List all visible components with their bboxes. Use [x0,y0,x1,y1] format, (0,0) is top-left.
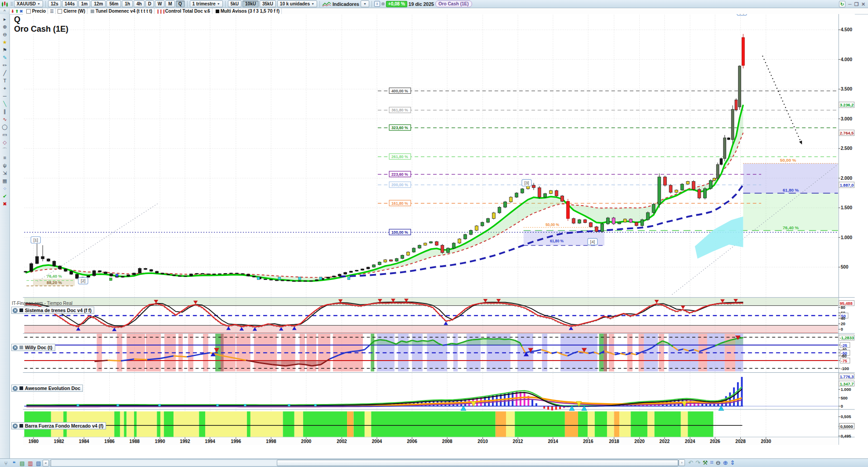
indicators-caret[interactable]: ▼ [361,0,369,7]
refresh-icon[interactable]: ↻ [839,1,846,7]
panel-header-sistema-de-trenes[interactable]: ✕ Sistema de trenes Doc v4 (f f) [11,307,94,314]
svg-text:2.764,5: 2.764,5 [840,131,854,135]
timeframe-button-1m[interactable]: 1m [78,0,90,7]
collapse-chart-list-button[interactable]: ^ [0,9,10,14]
svg-text:1.000: 1.000 [841,235,853,240]
zoom-plus-icon[interactable]: ⊕ [723,459,728,466]
timeframe-button-144s[interactable]: 144s [62,0,77,7]
watermark: IT-Finance.com - Tiempo Real [12,301,72,306]
chart-style-icon[interactable] [322,1,331,7]
grip-handle[interactable]: ⣿ [10,2,13,6]
close-icon[interactable]: ✕ [13,345,18,350]
timeframe-button-Q[interactable]: Q [176,0,185,7]
overlay-item[interactable]: Tunel Domenec v4 (t t t t t) [87,8,154,14]
bars-icon: ❙❙❙ [156,9,165,14]
timeframe-button-1h[interactable]: 1h [122,0,133,7]
units-selector[interactable]: 10 k unidades▼ [277,0,317,7]
scroll-button[interactable]: › [679,459,685,466]
checkbox[interactable] [26,9,31,14]
svg-text:-25: -25 [841,343,847,348]
settings-chart-icon[interactable]: ⚒ [703,459,708,466]
svg-text:2016: 2016 [583,439,593,444]
unit-button-5kU[interactable]: 5kU [228,0,241,7]
close-button[interactable]: ✕ [861,1,865,7]
unit-button-35kU[interactable]: 35kU [260,0,276,7]
checkbox[interactable] [58,9,62,14]
chart-scrollbar[interactable] [51,459,679,467]
svg-text:76,40 %: 76,40 % [783,225,799,230]
timeframe-button-M[interactable]: M [165,0,174,7]
svg-text:20: 20 [841,322,845,326]
share-icon[interactable]: ⑂ [2,460,10,467]
prorealtime-window: { "toolbar":{ "symbol":"XAUUSD","timefra… [0,0,868,467]
svg-text:[3]: [3] [524,181,529,185]
timeframe-button-12s[interactable]: 12s [48,0,61,7]
legend-chip [19,386,23,390]
chat-icon[interactable]: ❝ [10,460,18,467]
svg-text:40: 40 [841,316,845,321]
news-icon[interactable]: ▤ [18,460,26,467]
overlay-label: Precio [32,9,46,14]
close-icon[interactable]: ✕ [13,308,18,313]
indicators-button[interactable]: Indicadores [333,1,359,7]
svg-text:4.500: 4.500 [841,27,853,32]
svg-text:2012: 2012 [513,439,523,444]
list-icon[interactable]: ☰ [50,9,53,14]
send-down-icon[interactable]: ⬇ [11,9,14,14]
timeframe-button-56m[interactable]: 56m [106,0,121,7]
minimize-button[interactable]: ─ [848,1,851,7]
svg-text:3.236,2: 3.236,2 [840,103,854,107]
price-axis: 4.5004.0003.5003.0002.5002.0001.5001.000… [839,14,855,445]
legend-chip [19,424,23,428]
instrument-tag[interactable]: Oro Cash (1E) [435,0,472,7]
overlay-item[interactable]: ☰ [48,8,56,14]
svg-text:1996: 1996 [231,439,241,444]
overlay-item[interactable]: ❙❙❙Control Total Doc v.6 [154,8,212,14]
period-selector[interactable]: 1 trimestre▼ [190,0,223,7]
scrollbar-handle[interactable] [277,460,678,466]
timeframe-button-4h[interactable]: 4h [134,0,145,7]
panel-header-willy-doc[interactable]: ✕ Willy Doc (t) [11,344,55,351]
svg-text:1980: 1980 [29,439,39,444]
overlay-item[interactable]: Multi Avisos (3 f 3 1,5 70 f f) [212,8,282,14]
chart-surface[interactable]: 50,00 %61,80 %76,40 %50,00 %61,80 %76,40… [0,14,868,458]
send-up-icon[interactable]: ⬆ [15,9,19,14]
svg-text:0,505: 0,505 [841,414,851,419]
svg-text:3.500: 3.500 [841,87,853,91]
timeframe-button-D[interactable]: D [145,0,154,7]
unit-button-10kU[interactable]: 10kU [242,0,259,7]
svg-text:[1]: [1] [34,238,38,242]
orders-icon[interactable]: ▥ [26,460,34,467]
undo-icon[interactable]: ↶ [688,459,693,466]
svg-text:2024: 2024 [685,439,695,444]
close-icon[interactable]: ✕ [13,386,18,391]
overlay-item[interactable]: Precio [24,8,48,14]
overlay-item[interactable]: Cierre (W) [56,8,87,14]
timeframe-button-W[interactable]: W [155,0,164,7]
chart-instrument-title: Oro Cash (1E) [14,24,68,34]
svg-text:[2]: [2] [81,279,85,283]
panel-header-awesome-evolution[interactable]: ✕ Awesome Evolution Doc [11,385,83,392]
legend-chip [19,308,23,312]
svg-text:1.887,0: 1.887,0 [840,183,854,188]
svg-text:50,00 %: 50,00 % [545,223,559,227]
svg-text:-75: -75 [841,359,847,363]
svg-text:500: 500 [841,265,849,270]
close-icon[interactable]: ✕ [13,424,18,428]
info-icon[interactable]: i [374,1,380,7]
zoom-fit-icon[interactable]: ⌗ [710,459,713,466]
clear-icon[interactable]: ✖ [19,9,23,14]
panel-header-barra-fuerza[interactable]: ✕ Barra Fuerza Fondo Mercado v4 (f) [11,422,106,429]
chart-icon[interactable]: ▧ [34,460,43,467]
timeframe-button-12m[interactable]: 12m [91,0,106,7]
restore-button[interactable]: ❐ [854,1,858,7]
expand-icon[interactable]: ⇕ [730,459,735,466]
svg-text:100,00 %: 100,00 % [391,230,408,235]
scroll-button[interactable]: « [43,460,49,467]
timeframe-buttons: 12s144s1m12m56m1h4hDWMQ [48,0,185,7]
redo-icon[interactable]: ↷ [695,459,700,466]
svg-text:1.347,7: 1.347,7 [840,382,854,386]
zoom-minus-icon[interactable]: ⊖ [716,459,721,466]
svg-text:223,60 %: 223,60 % [391,172,408,177]
symbol-selector[interactable]: XAUUSD▼ [14,0,43,7]
